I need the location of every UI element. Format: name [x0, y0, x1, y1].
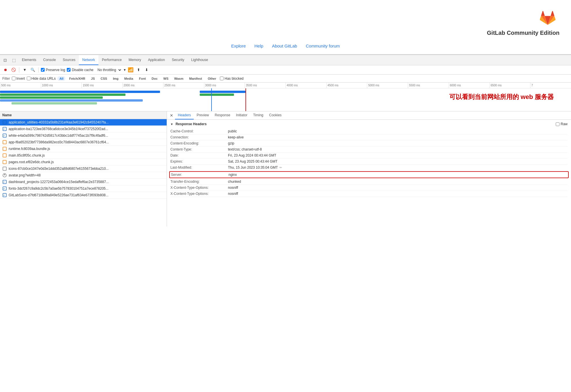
network-item-3[interactable]: ↔ app-f8a652023bf77386da982ecd3c70d8443a…	[0, 139, 167, 146]
headers-tab-preview[interactable]: Preview	[194, 111, 212, 119]
header-value-connection: keep-alive	[228, 135, 568, 139]
tab-elements[interactable]: Elements	[18, 55, 40, 65]
filter-tag-fetchxhr[interactable]: Fetch/XHR	[67, 76, 87, 81]
network-item-name-2: white-e4a0a599c798742d5817c43bbc1ddf7745…	[9, 134, 164, 138]
filter-tag-js[interactable]: JS	[89, 76, 97, 81]
filter-tag-other[interactable]: Other	[206, 76, 218, 81]
header-value-last-modified: Thu, 15 Jun 2023 10:35:04 GMT ✏	[228, 165, 568, 170]
filter-tag-img[interactable]: Img	[111, 76, 121, 81]
throttle-dropdown-icon: ▾	[124, 68, 126, 72]
toolbar-sep-2	[38, 67, 39, 73]
header-row-connection: Connection: keep-alive	[170, 134, 568, 140]
filter-tag-font[interactable]: Font	[137, 76, 148, 81]
has-blocked-label[interactable]: Has blocked	[220, 77, 243, 81]
network-item-4[interactable]: ↔ runtime.fc8039aa.bundle.js	[0, 146, 167, 152]
preserve-log-text: Preserve log	[46, 68, 65, 72]
filter-tag-media[interactable]: Media	[122, 76, 135, 81]
network-item-9[interactable]: ↗ dashboard_projects-12272453a0664ce15ed…	[0, 179, 167, 185]
filter-btn[interactable]: ▼	[22, 67, 28, 73]
tab-security[interactable]: Security	[168, 55, 188, 65]
nav-explore[interactable]: Explore	[231, 43, 246, 48]
devtools-dock-icon[interactable]: ⊡	[1, 56, 9, 64]
svg-rect-12	[3, 167, 6, 170]
raw-checkbox[interactable]	[556, 122, 559, 126]
timeline-vline-red	[245, 88, 246, 111]
triangle-icon: ▼	[170, 123, 173, 126]
network-item-10[interactable]: ↗ fonts-3dcf267c9a9dc2c5b7a0ae5b75783010…	[0, 185, 167, 192]
file-icon-7	[2, 166, 7, 171]
network-item-0[interactable]: ↗ application_utilities-40332a5b8b231ef4…	[0, 119, 167, 126]
filter-tag-wasm[interactable]: Wasm	[172, 76, 185, 81]
raw-checkbox-label[interactable]: Raw	[556, 122, 568, 126]
network-item-6[interactable]: pages.root.ef82e6dc.chunk.js	[0, 159, 167, 165]
tick-3: 2000 ms	[122, 83, 163, 88]
headers-tabs: ✕ Headers Preview Response Initiator Tim…	[167, 111, 571, 120]
search-btn[interactable]: 🔍	[30, 67, 36, 73]
invert-checkbox[interactable]	[12, 77, 16, 80]
js-file-icon-5	[2, 153, 7, 158]
tick-13: 7	[530, 83, 571, 88]
filter-tag-all[interactable]: All	[57, 76, 65, 81]
tick-7: 4000 ms	[286, 83, 326, 88]
tab-sources[interactable]: Sources	[59, 55, 79, 65]
timeline-bar-5	[12, 102, 97, 104]
tab-console[interactable]: Console	[40, 55, 59, 65]
network-item-name-4: runtime.fc8039aa.bundle.js	[9, 147, 164, 151]
header-value-cache-control: public	[228, 129, 568, 133]
filter-tag-doc[interactable]: Doc	[150, 76, 160, 81]
header-row-transfer-encoding: Transfer-Encoding: chunked	[170, 179, 568, 185]
header-name-expires: Expires:	[170, 159, 228, 163]
devtools-inspect-icon[interactable]: ⬚	[10, 56, 18, 64]
invert-checkbox-label[interactable]: Invert	[12, 77, 25, 81]
network-item-5[interactable]: main.85c8f05c.chunk.js	[0, 152, 167, 159]
tab-network[interactable]: Network	[79, 55, 98, 65]
headers-tab-initiator[interactable]: Initiator	[233, 111, 250, 119]
hide-data-urls-label[interactable]: Hide data URLs	[27, 77, 56, 81]
hide-data-urls-checkbox[interactable]	[27, 77, 31, 80]
css-file-icon-10: ↗	[2, 186, 7, 191]
header-value-date: Fri, 23 Aug 2024 00:43:44 GMT	[228, 153, 568, 157]
stop-recording-btn[interactable]: ⏺	[2, 67, 9, 73]
filter-tag-css[interactable]: CSS	[99, 76, 109, 81]
network-list: Name ↗ application_utilities-40332a5b8b2…	[0, 111, 167, 227]
network-item-7[interactable]: icons-87cb0ce1047e0d3e1ddd352a88d6807e61…	[0, 165, 167, 172]
headers-close-btn[interactable]: ✕	[168, 112, 175, 119]
nav-community[interactable]: Community forum	[306, 43, 340, 48]
tick-9: 5000 ms	[367, 83, 408, 88]
network-item-1[interactable]: ↗ application-ba1723ee38768ca6dcce3e345b…	[0, 126, 167, 132]
clear-btn[interactable]: 🚫	[10, 67, 17, 73]
network-item-11[interactable]: ↗ GitLabSans-d7fd6710b89a849e5226ae731af…	[0, 192, 167, 199]
export-har-btn[interactable]: ⬆	[136, 67, 142, 73]
headers-tab-response[interactable]: Response	[212, 111, 233, 119]
tab-lighthouse[interactable]: Lighthouse	[188, 55, 212, 65]
edit-icon[interactable]: ✏	[279, 166, 282, 170]
filter-tag-manifest[interactable]: Manifest	[187, 76, 204, 81]
tab-performance[interactable]: Performance	[98, 55, 125, 65]
preserve-log-label[interactable]: Preserve log	[41, 68, 65, 72]
timeline-ruler: 500 ms 1000 ms 1500 ms 2000 ms 2500 ms 3…	[0, 83, 571, 88]
nav-about[interactable]: About GitLab	[272, 43, 297, 48]
throttle-select[interactable]: No throttling	[95, 67, 122, 73]
disable-cache-label[interactable]: Disable cache	[67, 68, 93, 72]
headers-tab-cookies[interactable]: Cookies	[266, 111, 284, 119]
import-har-btn[interactable]: ⬇	[144, 67, 150, 73]
network-item-2[interactable]: ↗ white-e4a0a599c798742d5817c43bbc1ddf77…	[0, 132, 167, 139]
gitlab-header: GitLab Community Edition	[0, 0, 571, 39]
nav-help[interactable]: Help	[254, 43, 263, 48]
devtools: ⊡ ⬚ Elements Console Sources Network Per…	[0, 54, 571, 227]
headers-tab-timing[interactable]: Timing	[250, 111, 266, 119]
filter-tag-ws[interactable]: WS	[161, 76, 171, 81]
file-icon-3: ↔	[2, 140, 7, 144]
headers-tab-headers[interactable]: Headers	[175, 111, 194, 119]
response-headers-title[interactable]: ▼ Response Headers Raw	[170, 122, 568, 126]
header-value-content-encoding: gzip	[228, 141, 568, 145]
tab-memory[interactable]: Memory	[125, 55, 144, 65]
disable-cache-checkbox[interactable]	[67, 68, 71, 72]
has-blocked-checkbox[interactable]	[220, 77, 224, 80]
network-item-name-8: avatar.png?width=48	[9, 173, 164, 177]
tick-0: 500 ms	[0, 83, 41, 88]
network-conditions-btn[interactable]: 📶	[127, 67, 134, 73]
network-item-8[interactable]: avatar.png?width=48	[0, 172, 167, 179]
tab-application[interactable]: Application	[144, 55, 168, 65]
preserve-log-checkbox[interactable]	[41, 68, 45, 72]
